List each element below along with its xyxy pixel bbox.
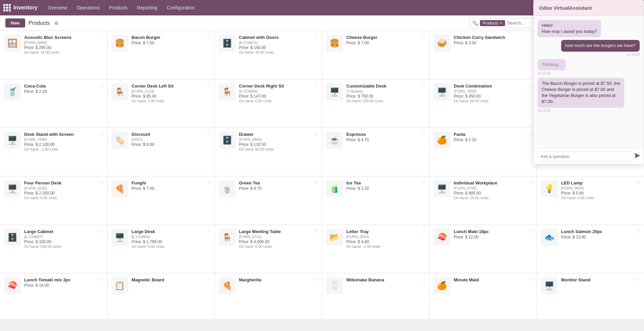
product-card[interactable]: 🖥️ Monitor Stand ☆ (537, 273, 644, 319)
favorite-icon[interactable]: ☆ (207, 34, 211, 40)
product-image: 🍵 (219, 180, 236, 197)
favorite-icon[interactable]: ☆ (314, 34, 318, 40)
favorite-icon[interactable]: ☆ (529, 83, 533, 88)
product-card[interactable]: 🍵 Green Tea Price: $ 4.70 ☆ (215, 176, 322, 225)
apps-menu[interactable]: Inventory (3, 4, 43, 11)
favorite-icon[interactable]: ☆ (207, 277, 211, 282)
product-name: Magnetic Board (132, 277, 210, 282)
product-name: Letter Tray (346, 229, 425, 234)
favorite-icon[interactable]: ☆ (636, 180, 641, 185)
favorite-icon[interactable]: ☆ (99, 180, 104, 185)
product-card[interactable]: 🥤 Coca-Cola Price: $ 2.20 ☆ (0, 79, 107, 128)
favorite-icon[interactable]: ☆ (314, 131, 318, 136)
favorite-icon[interactable]: ☆ (422, 131, 426, 136)
product-card[interactable]: 🖥️ Customizable Desk 3 Variants Price: $… (322, 79, 429, 128)
product-name: Cabinet with Doors (239, 35, 318, 40)
product-card[interactable]: 🗄️ Large Cabinet [E-COM07] Price: $ 320.… (0, 225, 107, 273)
favorite-icon[interactable]: ☆ (207, 228, 211, 234)
product-price: Price: $ 7.00 (346, 41, 425, 45)
product-card[interactable]: 🍔 Cheese Burger Price: $ 7.00 ☆ (322, 31, 429, 79)
product-card[interactable]: 🪑 Large Meeting Table [FURN_6741] Price:… (215, 225, 322, 273)
product-name: Fanta (454, 132, 533, 137)
favorite-icon[interactable]: ☆ (529, 34, 533, 40)
chat-bubble: Hello! How may I assist you today? (538, 20, 601, 37)
product-card[interactable]: 📂 Letter Tray [FURN_0004] Price: $ 4.80 … (322, 225, 429, 273)
product-card[interactable]: 🖥️ Four Person Desk [FURN_8220] Price: $… (0, 176, 107, 225)
product-name: Lunch Temaki mix 3pc (24, 277, 103, 282)
product-card[interactable]: 🍕 Funghi Price: $ 7.00 ☆ (107, 176, 214, 225)
product-info: Lunch Maki 18pc Price: $ 12.00 (454, 229, 533, 240)
product-card[interactable]: 🍣 Lunch Temaki mix 3pc Price: $ 14.00 ☆ (0, 273, 107, 319)
product-price: Price: $ 450.00 (454, 94, 533, 99)
favorite-icon[interactable]: ☆ (422, 277, 426, 282)
favorite-icon[interactable]: ☆ (99, 83, 104, 88)
filter-close-icon[interactable]: ✕ (500, 21, 502, 25)
favorite-icon[interactable]: ☆ (422, 228, 426, 234)
favorite-icon[interactable]: ☆ (636, 228, 641, 234)
product-card[interactable]: 🖥️ Desk Combination [FURN_7800] Price: $… (430, 79, 537, 128)
new-button[interactable]: New (5, 18, 25, 27)
product-card[interactable]: 🖥️ Desk Stand with Screen [FURN_7888] Pr… (0, 128, 107, 176)
product-price: Price: $ 2.20 (346, 186, 425, 191)
product-card[interactable]: 🪟 Acoustic Bloc Screens [FURN_6666] Pric… (0, 31, 107, 79)
product-card[interactable]: 🗄️ Cabinet with Doors [E-COM11] Price: $… (215, 31, 322, 79)
product-info: Large Desk [E-COM09] Price: $ 1,799.00 O… (132, 229, 210, 249)
chat-messages: Hello! How may I assist you today?how mu… (534, 16, 644, 149)
product-card[interactable]: 🖥️ Large Desk [E-COM09] Price: $ 1,799.0… (107, 225, 214, 273)
product-name: Monitor Stand (561, 277, 640, 282)
product-card[interactable]: 🪑 Corner Desk Left Sit [FURN_1118] Price… (107, 79, 214, 128)
product-card[interactable]: 🍕 Margherita ☆ (215, 273, 322, 319)
favorite-icon[interactable]: ☆ (529, 180, 533, 185)
favorite-icon[interactable]: ☆ (422, 34, 426, 40)
nav-item-reporting[interactable]: Reporting (132, 0, 162, 15)
product-card[interactable]: 🍔 Bacon Burger Price: $ 7.50 ☆ (107, 31, 214, 79)
product-card[interactable]: 🧃 Ice Tea Price: $ 2.20 ☆ (322, 176, 429, 225)
favorite-icon[interactable]: ☆ (314, 277, 318, 282)
product-image: 🧃 (326, 180, 343, 197)
product-card[interactable]: 🍊 Fanta Price: $ 2.20 ☆ (430, 128, 537, 176)
favorite-icon[interactable]: ☆ (314, 180, 318, 185)
nav-item-configuration[interactable]: Configuration (162, 0, 199, 15)
favorite-icon[interactable]: ☆ (314, 228, 318, 234)
product-card[interactable]: 🥛 Milkshake Banana ☆ (322, 273, 429, 319)
product-info: LED Lamp [FURN_0003] Price: $ 0.90 On ha… (561, 180, 640, 200)
favorite-icon[interactable]: ☆ (207, 180, 211, 185)
favorite-icon[interactable]: ☆ (207, 131, 211, 136)
product-card[interactable]: 🐟 Lunch Salmon 20pc Price: $ 13.80 ☆ (537, 225, 644, 273)
product-card[interactable]: 🏷️ Discount [DISC] Price: $ 0.00 ☆ (107, 128, 214, 176)
favorite-icon[interactable]: ☆ (529, 228, 533, 234)
favorite-icon[interactable]: ☆ (529, 131, 533, 136)
nav-item-operations[interactable]: Operations (72, 0, 104, 15)
send-button[interactable] (634, 153, 640, 160)
product-card[interactable]: 🍣 Lunch Maki 18pc Price: $ 12.00 ☆ (430, 225, 537, 273)
apps-grid-icon[interactable] (3, 4, 11, 11)
product-card[interactable]: 🗄️ Drawer [FURN_8855] Price: $ 110.50 On… (215, 128, 322, 176)
product-card[interactable]: 🖥️ Individual Workplace [FURN_0789] Pric… (430, 176, 537, 225)
settings-gear-icon[interactable]: ⚙ (54, 20, 59, 26)
product-card[interactable]: ☕ Espresso Price: $ 4.70 ☆ (322, 128, 429, 176)
nav-item-overview[interactable]: Overview (43, 0, 72, 15)
product-card[interactable]: 💡 LED Lamp [FURN_0003] Price: $ 0.90 On … (537, 176, 644, 225)
product-card[interactable]: 🍊 Minute Maid ☆ (430, 273, 537, 319)
product-stock: On hand: 60.00 Units (454, 99, 533, 103)
product-image: 🍊 (434, 132, 450, 149)
favorite-icon[interactable]: ☆ (99, 34, 104, 40)
favorite-icon[interactable]: ☆ (207, 83, 211, 88)
favorite-icon[interactable]: ☆ (99, 228, 104, 234)
product-image: 🖥️ (541, 277, 558, 294)
nav-item-products[interactable]: Products (104, 0, 132, 15)
favorite-icon[interactable]: ☆ (99, 277, 104, 282)
favorite-icon[interactable]: ☆ (422, 83, 426, 88)
product-ref: [DISC] (132, 137, 210, 142)
favorite-icon[interactable]: ☆ (314, 83, 318, 88)
product-info: Funghi Price: $ 7.00 (132, 180, 210, 191)
favorite-icon[interactable]: ☆ (529, 277, 533, 282)
chat-input[interactable] (537, 152, 632, 161)
product-card[interactable]: 📋 Magnetic Board ☆ (107, 273, 214, 319)
search-filter-tag[interactable]: Products ✕ (480, 20, 505, 26)
product-card[interactable]: 🪑 Corner Desk Right Sit [E-COM06] Price:… (215, 79, 322, 128)
favorite-icon[interactable]: ☆ (636, 277, 641, 282)
favorite-icon[interactable]: ☆ (99, 131, 104, 136)
favorite-icon[interactable]: ☆ (422, 180, 426, 185)
product-card[interactable]: 🥪 Chicken Curry Sandwich Price: $ 3.00 ☆ (430, 31, 537, 79)
